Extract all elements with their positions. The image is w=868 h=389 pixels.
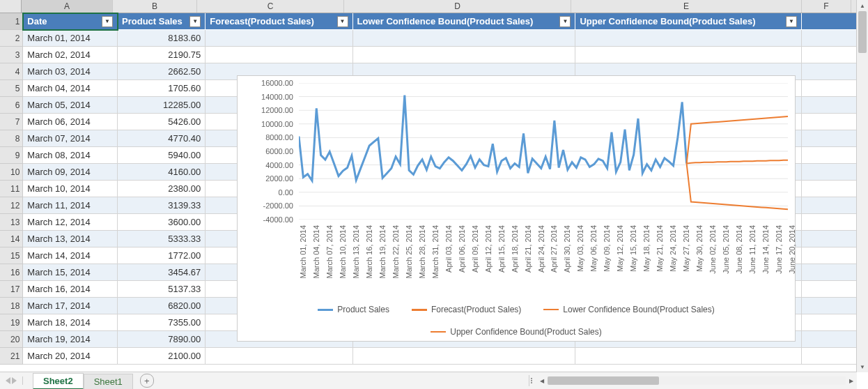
cell-date[interactable]: March 07, 2014 (23, 130, 118, 147)
cell-date[interactable]: March 01, 2014 (23, 30, 118, 47)
cell-empty[interactable] (802, 231, 857, 247)
row-header-3[interactable]: 3 (0, 47, 23, 63)
cell-sales[interactable]: 5426.00 (118, 114, 206, 130)
cell-date[interactable]: March 19, 2014 (23, 331, 118, 348)
row-header-15[interactable]: 15 (0, 247, 23, 264)
row-header-12[interactable]: 12 (0, 197, 23, 214)
cell-empty[interactable] (802, 147, 857, 164)
cell-date[interactable]: March 08, 2014 (23, 147, 118, 164)
row-header-4[interactable]: 4 (0, 63, 23, 80)
row-header-11[interactable]: 11 (0, 181, 23, 197)
col-header-D[interactable]: D (344, 0, 571, 13)
filter-dropdown-icon[interactable]: ▼ (102, 16, 113, 27)
cell-empty[interactable] (802, 281, 857, 298)
cell-forecast[interactable] (206, 30, 352, 47)
cell-sales[interactable]: 6820.00 (118, 298, 206, 314)
col-header-F[interactable]: F (802, 0, 851, 13)
cell-sales[interactable]: 4160.00 (118, 164, 206, 181)
cell-sales[interactable]: 2190.75 (118, 47, 206, 63)
cell-date[interactable]: March 15, 2014 (23, 264, 118, 281)
table-header-E[interactable]: Upper Confidence Bound(Product Sales)▼ (575, 13, 802, 30)
forecast-chart[interactable]: 16000.0014000.0012000.0010000.008000.006… (237, 75, 796, 342)
row-header-14[interactable]: 14 (0, 231, 23, 247)
row-header-7[interactable]: 7 (0, 114, 23, 130)
cell-sales[interactable]: 1772.00 (118, 247, 206, 264)
tab-prev-icon[interactable] (6, 377, 10, 384)
row-header-20[interactable]: 20 (0, 331, 23, 348)
row-header-18[interactable]: 18 (0, 298, 23, 314)
cell-empty[interactable] (802, 181, 857, 197)
tab-nav-buttons[interactable] (0, 376, 33, 385)
hscroll-left-button[interactable]: ◀ (536, 375, 548, 386)
cell-sales[interactable]: 2100.00 (118, 348, 206, 365)
cell-upper[interactable] (575, 348, 802, 365)
cell-sales[interactable]: 4770.40 (118, 130, 206, 147)
row-header-13[interactable]: 13 (0, 214, 23, 231)
cell-date[interactable]: March 02, 2014 (23, 47, 118, 63)
cell-date[interactable]: March 06, 2014 (23, 114, 118, 130)
cell-date[interactable]: March 16, 2014 (23, 281, 118, 298)
scroll-down-button[interactable]: ▼ (857, 361, 868, 372)
cell-sales[interactable]: 3139.33 (118, 197, 206, 214)
col-header-B[interactable]: B (113, 0, 197, 13)
row-header-9[interactable]: 9 (0, 147, 23, 164)
cell-lower[interactable] (353, 30, 576, 47)
horizontal-scrollbar[interactable]: ◀ ▶ (529, 375, 857, 386)
cell-empty[interactable] (802, 130, 857, 147)
select-all-corner[interactable] (0, 0, 22, 13)
scroll-track[interactable] (857, 11, 868, 361)
sheet-tab-active[interactable]: Sheet2 (33, 373, 84, 389)
vertical-scrollbar[interactable]: ▲ ▼ (856, 0, 868, 372)
row-header-10[interactable]: 10 (0, 164, 23, 181)
cell-lower[interactable] (353, 47, 576, 63)
cell-date[interactable]: March 04, 2014 (23, 80, 118, 97)
cell-sales[interactable]: 12285.00 (118, 97, 206, 114)
cell-sales[interactable]: 1705.60 (118, 80, 206, 97)
cell-date[interactable]: March 09, 2014 (23, 164, 118, 181)
filter-dropdown-icon[interactable]: ▼ (337, 16, 348, 27)
cell-lower[interactable] (353, 348, 576, 365)
cell-empty[interactable] (802, 214, 857, 231)
cell-empty[interactable] (802, 164, 857, 181)
cell-empty[interactable] (802, 264, 857, 281)
row-header-21[interactable]: 21 (0, 348, 23, 365)
cell-forecast[interactable] (206, 47, 352, 63)
cell-date[interactable]: March 17, 2014 (23, 298, 118, 314)
cell-sales[interactable]: 7355.00 (118, 314, 206, 331)
cell-empty[interactable] (802, 331, 857, 348)
scroll-up-button[interactable]: ▲ (857, 0, 868, 11)
cell-date[interactable]: March 13, 2014 (23, 231, 118, 247)
cell-date[interactable]: March 03, 2014 (23, 63, 118, 80)
cell-sales[interactable]: 7890.00 (118, 331, 206, 348)
cell-date[interactable]: March 20, 2014 (23, 348, 118, 365)
table-header-C[interactable]: Forecast(Product Sales)▼ (206, 13, 352, 30)
cell-date[interactable]: March 18, 2014 (23, 314, 118, 331)
table-header-B[interactable]: Product Sales▼ (118, 13, 206, 30)
sheet-tab-other[interactable]: Sheet1 (84, 374, 133, 389)
cell-date[interactable]: March 12, 2014 (23, 214, 118, 231)
cell-empty[interactable] (802, 63, 857, 80)
filter-dropdown-icon[interactable]: ▼ (189, 16, 201, 27)
col-header-A[interactable]: A (22, 0, 113, 13)
row-header-16[interactable]: 16 (0, 264, 23, 281)
row-header-19[interactable]: 19 (0, 314, 23, 331)
filter-dropdown-icon[interactable]: ▼ (786, 16, 797, 27)
cell-empty[interactable] (802, 247, 857, 264)
row-header-8[interactable]: 8 (0, 130, 23, 147)
cell-empty[interactable] (802, 80, 857, 97)
table-header-F[interactable] (802, 13, 857, 30)
cell-upper[interactable] (575, 30, 802, 47)
cell-forecast[interactable] (206, 348, 352, 365)
cell-empty[interactable] (802, 348, 857, 365)
cell-sales[interactable]: 5137.33 (118, 281, 206, 298)
cell-sales[interactable]: 5940.00 (118, 147, 206, 164)
cell-empty[interactable] (802, 114, 857, 130)
row-header-2[interactable]: 2 (0, 30, 23, 47)
cell-date[interactable]: March 05, 2014 (23, 97, 118, 114)
add-sheet-button[interactable]: + (140, 374, 154, 388)
filter-dropdown-icon[interactable]: ▼ (559, 16, 571, 27)
cell-date[interactable]: March 10, 2014 (23, 181, 118, 197)
cell-upper[interactable] (575, 47, 802, 63)
row-header-17[interactable]: 17 (0, 281, 23, 298)
row-header-5[interactable]: 5 (0, 80, 23, 97)
